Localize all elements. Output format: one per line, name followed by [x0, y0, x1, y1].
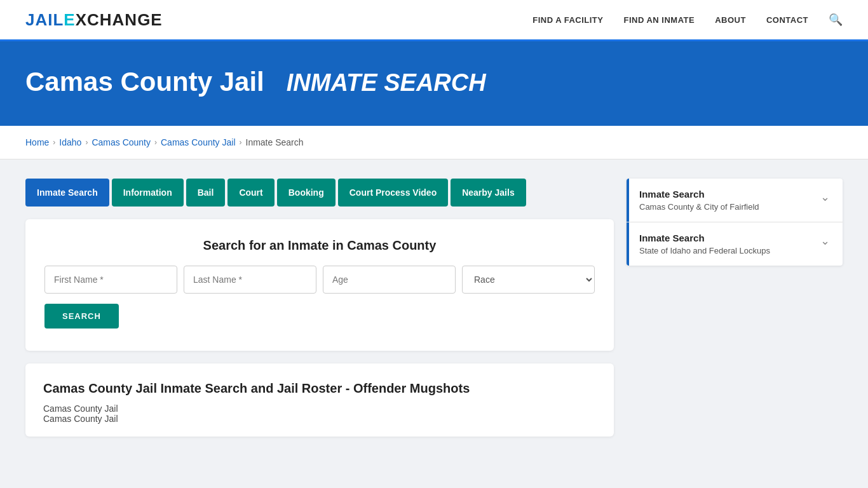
age-input[interactable] — [323, 266, 456, 294]
search-icon[interactable]: 🔍 — [829, 13, 843, 27]
sidebar-card: Inmate Search Camas County & City of Fai… — [627, 179, 843, 266]
breadcrumb-sep-1: › — [53, 138, 55, 147]
breadcrumb-sep-4: › — [240, 138, 242, 147]
breadcrumb-sep-3: › — [154, 138, 157, 147]
tab-bar: Inmate Search Information Bail Court Boo… — [25, 179, 614, 207]
breadcrumb-home[interactable]: Home — [25, 137, 49, 147]
breadcrumb-sep-2: › — [85, 138, 88, 147]
first-name-input[interactable] — [44, 266, 177, 294]
tab-inmate-search[interactable]: Inmate Search — [25, 179, 109, 207]
hero-title-main: Camas County Jail — [25, 67, 264, 97]
right-column: Inmate Search Camas County & City of Fai… — [627, 179, 843, 437]
sidebar-item-camas-text: Inmate Search Camas County & City of Fai… — [639, 189, 759, 212]
hero-section: Camas County Jail INMATE SEARCH — [0, 41, 868, 126]
left-column: Inmate Search Information Bail Court Boo… — [25, 179, 614, 437]
sidebar-item-camas-county[interactable]: Inmate Search Camas County & City of Fai… — [627, 179, 843, 222]
info-card-title: Camas County Jail Inmate Search and Jail… — [43, 381, 596, 396]
sidebar-item-idaho-title: Inmate Search — [639, 233, 770, 243]
info-card: Camas County Jail Inmate Search and Jail… — [25, 363, 614, 437]
logo-e: E — [64, 10, 75, 29]
search-card-title: Search for an Inmate in Camas County — [44, 238, 595, 253]
logo-xchange: XCHANGE — [76, 10, 163, 29]
sidebar-item-idaho-text: Inmate Search State of Idaho and Federal… — [639, 233, 770, 255]
info-card-sub1: Camas County Jail — [43, 403, 596, 414]
search-fields: Race White Black Hispanic Asian Other — [44, 266, 595, 294]
tab-nearby-jails[interactable]: Nearby Jails — [451, 179, 526, 207]
main-wrapper: Inmate Search Information Bail Court Boo… — [0, 159, 868, 456]
breadcrumb-bar: Home › Idaho › Camas County › Camas Coun… — [0, 126, 868, 159]
breadcrumb: Home › Idaho › Camas County › Camas Coun… — [25, 137, 843, 147]
hero-title-subtitle: INMATE SEARCH — [287, 69, 486, 96]
tab-court[interactable]: Court — [227, 179, 274, 207]
main-nav: FIND A FACILITY FIND AN INMATE ABOUT CON… — [532, 13, 843, 27]
chevron-down-icon: ⌄ — [820, 190, 830, 204]
nav-find-facility[interactable]: FIND A FACILITY — [532, 15, 603, 25]
race-select[interactable]: Race White Black Hispanic Asian Other — [462, 266, 595, 294]
breadcrumb-idaho[interactable]: Idaho — [59, 137, 81, 147]
sidebar-item-idaho-sub: State of Idaho and Federal Lockups — [639, 246, 770, 255]
logo-jail: JAIL — [25, 10, 64, 29]
tab-information[interactable]: Information — [112, 179, 184, 207]
sidebar-item-camas-title: Inmate Search — [639, 189, 759, 200]
breadcrumb-current: Inmate Search — [246, 137, 304, 147]
search-button[interactable]: SEARCH — [44, 304, 119, 329]
tab-booking[interactable]: Booking — [277, 179, 336, 207]
breadcrumb-camas-jail[interactable]: Camas County Jail — [161, 137, 236, 147]
nav-about[interactable]: ABOUT — [715, 15, 746, 25]
breadcrumb-camas-county[interactable]: Camas County — [92, 137, 151, 147]
search-card: Search for an Inmate in Camas County Rac… — [25, 219, 614, 351]
nav-find-inmate[interactable]: FIND AN INMATE — [623, 15, 695, 25]
chevron-down-icon-2: ⌄ — [820, 234, 830, 248]
tab-bail[interactable]: Bail — [186, 179, 226, 207]
info-card-sub2: Camas County Jail — [43, 414, 596, 424]
sidebar-item-camas-sub: Camas County & City of Fairfield — [639, 202, 759, 212]
last-name-input[interactable] — [184, 266, 316, 294]
page-title: Camas County Jail INMATE SEARCH — [25, 67, 843, 97]
header: JAILEXCHANGE FIND A FACILITY FIND AN INM… — [0, 0, 868, 41]
sidebar-item-idaho-state[interactable]: Inmate Search State of Idaho and Federal… — [627, 222, 843, 266]
logo[interactable]: JAILEXCHANGE — [25, 10, 163, 30]
tab-court-process-video[interactable]: Court Process Video — [338, 179, 448, 207]
nav-contact[interactable]: CONTACT — [766, 15, 808, 25]
